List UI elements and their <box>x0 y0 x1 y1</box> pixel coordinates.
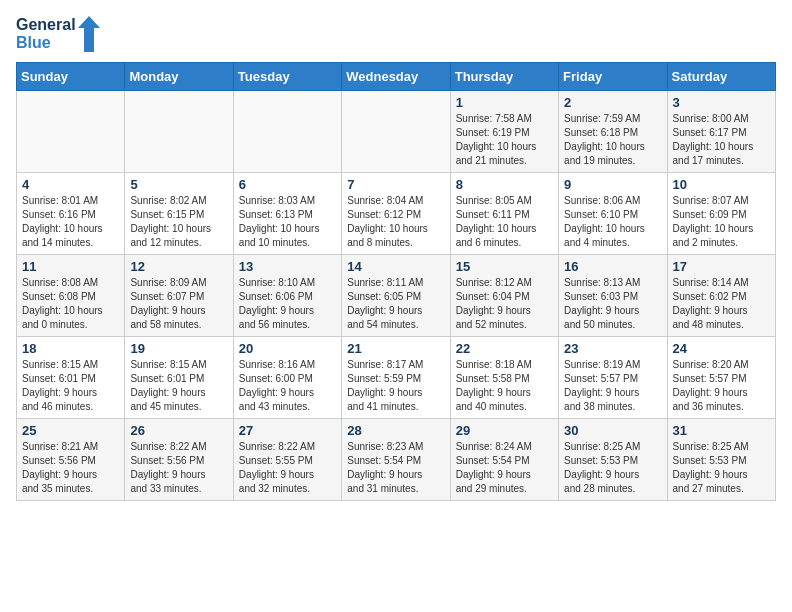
day-number: 23 <box>564 341 661 356</box>
day-number: 2 <box>564 95 661 110</box>
day-info: Sunrise: 8:06 AMSunset: 6:10 PMDaylight:… <box>564 194 661 250</box>
calendar-cell: 27Sunrise: 8:22 AMSunset: 5:55 PMDayligh… <box>233 419 341 501</box>
day-info: Sunrise: 8:20 AMSunset: 5:57 PMDaylight:… <box>673 358 770 414</box>
day-info: Sunrise: 8:22 AMSunset: 5:55 PMDaylight:… <box>239 440 336 496</box>
day-number: 17 <box>673 259 770 274</box>
day-number: 12 <box>130 259 227 274</box>
day-info: Sunrise: 8:03 AMSunset: 6:13 PMDaylight:… <box>239 194 336 250</box>
day-number: 28 <box>347 423 444 438</box>
calendar-cell: 30Sunrise: 8:25 AMSunset: 5:53 PMDayligh… <box>559 419 667 501</box>
day-info: Sunrise: 8:16 AMSunset: 6:00 PMDaylight:… <box>239 358 336 414</box>
day-info: Sunrise: 8:11 AMSunset: 6:05 PMDaylight:… <box>347 276 444 332</box>
day-info: Sunrise: 8:21 AMSunset: 5:56 PMDaylight:… <box>22 440 119 496</box>
day-header-saturday: Saturday <box>667 63 775 91</box>
day-number: 18 <box>22 341 119 356</box>
calendar-cell: 8Sunrise: 8:05 AMSunset: 6:11 PMDaylight… <box>450 173 558 255</box>
calendar-cell: 21Sunrise: 8:17 AMSunset: 5:59 PMDayligh… <box>342 337 450 419</box>
logo: General Blue <box>16 16 100 52</box>
day-number: 29 <box>456 423 553 438</box>
calendar-cell <box>233 91 341 173</box>
day-number: 26 <box>130 423 227 438</box>
day-number: 3 <box>673 95 770 110</box>
calendar-cell: 20Sunrise: 8:16 AMSunset: 6:00 PMDayligh… <box>233 337 341 419</box>
calendar-week-4: 18Sunrise: 8:15 AMSunset: 6:01 PMDayligh… <box>17 337 776 419</box>
day-info: Sunrise: 8:02 AMSunset: 6:15 PMDaylight:… <box>130 194 227 250</box>
calendar-cell: 7Sunrise: 8:04 AMSunset: 6:12 PMDaylight… <box>342 173 450 255</box>
day-info: Sunrise: 8:08 AMSunset: 6:08 PMDaylight:… <box>22 276 119 332</box>
calendar-cell: 19Sunrise: 8:15 AMSunset: 6:01 PMDayligh… <box>125 337 233 419</box>
day-number: 25 <box>22 423 119 438</box>
day-number: 1 <box>456 95 553 110</box>
day-number: 6 <box>239 177 336 192</box>
svg-marker-0 <box>78 16 100 52</box>
day-number: 5 <box>130 177 227 192</box>
calendar-cell: 23Sunrise: 8:19 AMSunset: 5:57 PMDayligh… <box>559 337 667 419</box>
day-number: 7 <box>347 177 444 192</box>
calendar-cell: 26Sunrise: 8:22 AMSunset: 5:56 PMDayligh… <box>125 419 233 501</box>
calendar-cell: 17Sunrise: 8:14 AMSunset: 6:02 PMDayligh… <box>667 255 775 337</box>
calendar-cell: 9Sunrise: 8:06 AMSunset: 6:10 PMDaylight… <box>559 173 667 255</box>
day-info: Sunrise: 7:59 AMSunset: 6:18 PMDaylight:… <box>564 112 661 168</box>
day-number: 4 <box>22 177 119 192</box>
day-header-monday: Monday <box>125 63 233 91</box>
calendar-cell: 25Sunrise: 8:21 AMSunset: 5:56 PMDayligh… <box>17 419 125 501</box>
day-info: Sunrise: 8:01 AMSunset: 6:16 PMDaylight:… <box>22 194 119 250</box>
calendar-cell: 2Sunrise: 7:59 AMSunset: 6:18 PMDaylight… <box>559 91 667 173</box>
day-header-wednesday: Wednesday <box>342 63 450 91</box>
day-info: Sunrise: 8:17 AMSunset: 5:59 PMDaylight:… <box>347 358 444 414</box>
day-info: Sunrise: 8:23 AMSunset: 5:54 PMDaylight:… <box>347 440 444 496</box>
day-number: 11 <box>22 259 119 274</box>
day-number: 21 <box>347 341 444 356</box>
logo-arrow-icon <box>78 16 100 52</box>
header: General Blue <box>16 16 776 52</box>
calendar-cell: 3Sunrise: 8:00 AMSunset: 6:17 PMDaylight… <box>667 91 775 173</box>
logo-blue: Blue <box>16 34 51 52</box>
calendar-cell: 15Sunrise: 8:12 AMSunset: 6:04 PMDayligh… <box>450 255 558 337</box>
calendar-cell <box>125 91 233 173</box>
day-header-sunday: Sunday <box>17 63 125 91</box>
day-number: 9 <box>564 177 661 192</box>
logo-container: General Blue <box>16 16 100 52</box>
calendar-cell: 11Sunrise: 8:08 AMSunset: 6:08 PMDayligh… <box>17 255 125 337</box>
day-number: 19 <box>130 341 227 356</box>
day-number: 14 <box>347 259 444 274</box>
day-number: 8 <box>456 177 553 192</box>
day-number: 16 <box>564 259 661 274</box>
day-info: Sunrise: 8:05 AMSunset: 6:11 PMDaylight:… <box>456 194 553 250</box>
calendar-table: SundayMondayTuesdayWednesdayThursdayFrid… <box>16 62 776 501</box>
day-number: 24 <box>673 341 770 356</box>
calendar-cell: 1Sunrise: 7:58 AMSunset: 6:19 PMDaylight… <box>450 91 558 173</box>
day-number: 10 <box>673 177 770 192</box>
calendar-week-3: 11Sunrise: 8:08 AMSunset: 6:08 PMDayligh… <box>17 255 776 337</box>
calendar-cell: 28Sunrise: 8:23 AMSunset: 5:54 PMDayligh… <box>342 419 450 501</box>
calendar-cell <box>342 91 450 173</box>
day-info: Sunrise: 8:24 AMSunset: 5:54 PMDaylight:… <box>456 440 553 496</box>
day-header-friday: Friday <box>559 63 667 91</box>
day-number: 31 <box>673 423 770 438</box>
calendar-cell: 5Sunrise: 8:02 AMSunset: 6:15 PMDaylight… <box>125 173 233 255</box>
day-info: Sunrise: 8:12 AMSunset: 6:04 PMDaylight:… <box>456 276 553 332</box>
day-info: Sunrise: 8:00 AMSunset: 6:17 PMDaylight:… <box>673 112 770 168</box>
calendar-week-1: 1Sunrise: 7:58 AMSunset: 6:19 PMDaylight… <box>17 91 776 173</box>
calendar-week-2: 4Sunrise: 8:01 AMSunset: 6:16 PMDaylight… <box>17 173 776 255</box>
day-info: Sunrise: 8:25 AMSunset: 5:53 PMDaylight:… <box>673 440 770 496</box>
day-info: Sunrise: 8:25 AMSunset: 5:53 PMDaylight:… <box>564 440 661 496</box>
day-number: 13 <box>239 259 336 274</box>
calendar-week-5: 25Sunrise: 8:21 AMSunset: 5:56 PMDayligh… <box>17 419 776 501</box>
calendar-cell: 31Sunrise: 8:25 AMSunset: 5:53 PMDayligh… <box>667 419 775 501</box>
day-info: Sunrise: 8:14 AMSunset: 6:02 PMDaylight:… <box>673 276 770 332</box>
day-header-thursday: Thursday <box>450 63 558 91</box>
day-info: Sunrise: 7:58 AMSunset: 6:19 PMDaylight:… <box>456 112 553 168</box>
day-info: Sunrise: 8:18 AMSunset: 5:58 PMDaylight:… <box>456 358 553 414</box>
calendar-cell: 6Sunrise: 8:03 AMSunset: 6:13 PMDaylight… <box>233 173 341 255</box>
day-header-tuesday: Tuesday <box>233 63 341 91</box>
logo-general: General <box>16 16 76 34</box>
day-info: Sunrise: 8:04 AMSunset: 6:12 PMDaylight:… <box>347 194 444 250</box>
calendar-header-row: SundayMondayTuesdayWednesdayThursdayFrid… <box>17 63 776 91</box>
day-number: 22 <box>456 341 553 356</box>
calendar-cell: 18Sunrise: 8:15 AMSunset: 6:01 PMDayligh… <box>17 337 125 419</box>
calendar-cell: 24Sunrise: 8:20 AMSunset: 5:57 PMDayligh… <box>667 337 775 419</box>
day-info: Sunrise: 8:09 AMSunset: 6:07 PMDaylight:… <box>130 276 227 332</box>
calendar-cell: 13Sunrise: 8:10 AMSunset: 6:06 PMDayligh… <box>233 255 341 337</box>
calendar-cell: 16Sunrise: 8:13 AMSunset: 6:03 PMDayligh… <box>559 255 667 337</box>
